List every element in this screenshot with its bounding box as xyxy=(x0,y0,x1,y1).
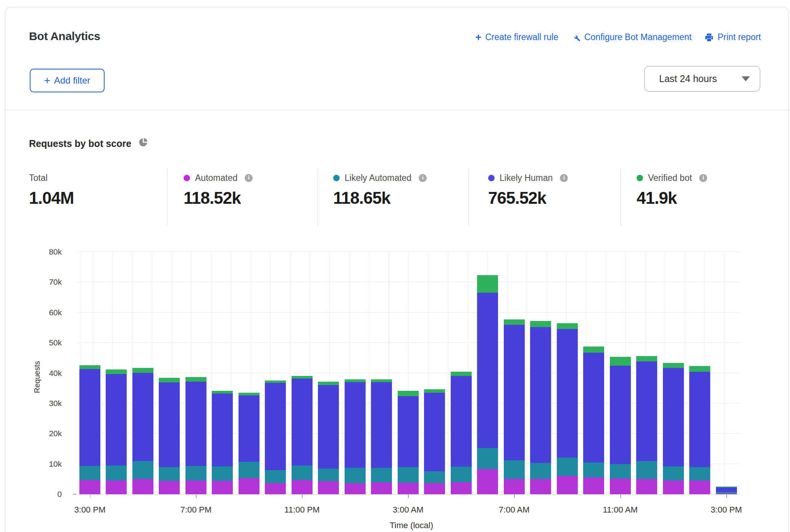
add-filter-button[interactable]: + Add filter xyxy=(30,69,105,92)
bar-segment xyxy=(106,480,127,495)
bar-segment xyxy=(371,382,392,468)
bar-segment xyxy=(583,463,604,478)
bar-segment xyxy=(583,353,604,463)
bar-segment xyxy=(371,468,392,482)
bar-5[interactable] xyxy=(212,391,233,494)
info-icon[interactable]: i xyxy=(419,174,427,182)
bar-segment xyxy=(239,462,260,478)
y-tick-label: 0 xyxy=(27,490,62,499)
bar-segment xyxy=(689,372,710,468)
bar-segment xyxy=(159,378,180,382)
bar-segment xyxy=(398,391,419,396)
pie-chart-icon xyxy=(138,137,148,150)
bar-14[interactable] xyxy=(451,372,472,494)
print-report-link[interactable]: Print report xyxy=(705,32,761,42)
bar-segment xyxy=(132,479,153,494)
stat-separator xyxy=(621,169,621,226)
bar-2[interactable] xyxy=(132,368,153,494)
bar-9[interactable] xyxy=(318,382,339,494)
section-title-row: Requests by bot score xyxy=(29,137,148,150)
bar-19[interactable] xyxy=(583,347,604,494)
bar-segment xyxy=(212,391,233,393)
bar-10[interactable] xyxy=(345,379,366,494)
bar-segment xyxy=(477,275,498,293)
time-range-select[interactable]: Last 24 hours xyxy=(644,66,760,92)
stat-likely-human-value: 765.52k xyxy=(488,189,568,208)
bar-segment xyxy=(504,479,525,494)
bar-segment xyxy=(398,467,419,482)
bar-segment xyxy=(159,481,180,494)
x-tick-label: 3:00 PM xyxy=(688,505,764,515)
bar-20[interactable] xyxy=(610,357,631,494)
bar-segment xyxy=(292,379,313,466)
info-icon[interactable]: i xyxy=(245,174,253,182)
bar-segment xyxy=(79,369,100,466)
bar-21[interactable] xyxy=(636,356,657,494)
bar-segment xyxy=(530,463,551,479)
bar-11[interactable] xyxy=(371,379,392,494)
info-icon[interactable]: i xyxy=(560,174,568,182)
plot-area xyxy=(77,252,740,495)
bar-segment xyxy=(477,469,498,494)
bar-6[interactable] xyxy=(239,393,260,494)
bar-segment xyxy=(451,467,472,482)
bar-segment xyxy=(292,466,313,480)
bar-segment xyxy=(557,458,578,476)
bar-segment xyxy=(424,483,445,494)
stat-total-label: Total xyxy=(29,173,48,183)
printer-icon xyxy=(705,33,714,42)
bar-4[interactable] xyxy=(185,377,206,494)
bar-3[interactable] xyxy=(159,378,180,494)
bar-segment xyxy=(79,365,100,369)
bar-segment xyxy=(583,477,604,494)
bar-segment xyxy=(265,383,286,470)
plus-icon: + xyxy=(44,77,50,84)
bar-segment xyxy=(663,466,684,480)
create-firewall-rule-label: Create firewall rule xyxy=(485,32,558,42)
create-firewall-rule-link[interactable]: + Create firewall rule xyxy=(475,32,558,42)
bar-13[interactable] xyxy=(424,389,445,494)
bar-segment xyxy=(265,483,286,494)
bar-24[interactable] xyxy=(716,487,737,494)
print-report-label: Print report xyxy=(717,32,761,42)
bar-segment xyxy=(212,481,233,494)
x-tick-label: 11:00 PM xyxy=(264,505,340,515)
bar-segment xyxy=(530,321,551,327)
bar-17[interactable] xyxy=(530,321,551,494)
stat-likely-automated-value: 118.65k xyxy=(333,189,427,208)
configure-bot-management-link[interactable]: Configure Bot Management xyxy=(571,32,692,42)
y-axis-tick xyxy=(73,494,76,495)
bar-12[interactable] xyxy=(398,391,419,494)
bar-1[interactable] xyxy=(106,369,127,494)
stat-separator xyxy=(167,169,168,226)
y-tick-label: 10k xyxy=(27,459,62,469)
bar-segment xyxy=(451,376,472,466)
bar-23[interactable] xyxy=(689,366,710,494)
bar-segment xyxy=(451,482,472,494)
bar-segment xyxy=(424,393,445,471)
configure-bot-management-label: Configure Bot Management xyxy=(584,32,692,42)
bar-7[interactable] xyxy=(265,380,286,494)
x-axis-tick xyxy=(90,495,91,498)
bar-segment xyxy=(106,466,127,480)
bar-segment xyxy=(477,448,498,469)
bar-segment xyxy=(424,389,445,393)
x-axis-tick xyxy=(726,495,727,498)
bar-22[interactable] xyxy=(663,363,684,494)
x-axis-tick xyxy=(408,495,409,498)
bar-8[interactable] xyxy=(292,376,313,494)
bar-segment xyxy=(636,479,657,494)
bar-segment xyxy=(557,329,578,458)
info-icon[interactable]: i xyxy=(699,174,707,182)
bar-segment xyxy=(345,382,366,468)
bar-segment xyxy=(159,467,180,481)
bar-0[interactable] xyxy=(79,365,100,494)
stat-separator xyxy=(469,169,469,226)
bar-segment xyxy=(292,376,313,379)
stat-verified-bot-value: 41.9k xyxy=(637,189,707,208)
bar-16[interactable] xyxy=(504,319,525,494)
bar-18[interactable] xyxy=(557,323,578,494)
x-axis-tick xyxy=(620,495,621,498)
bar-segment xyxy=(185,480,206,495)
bar-15[interactable] xyxy=(477,275,498,494)
